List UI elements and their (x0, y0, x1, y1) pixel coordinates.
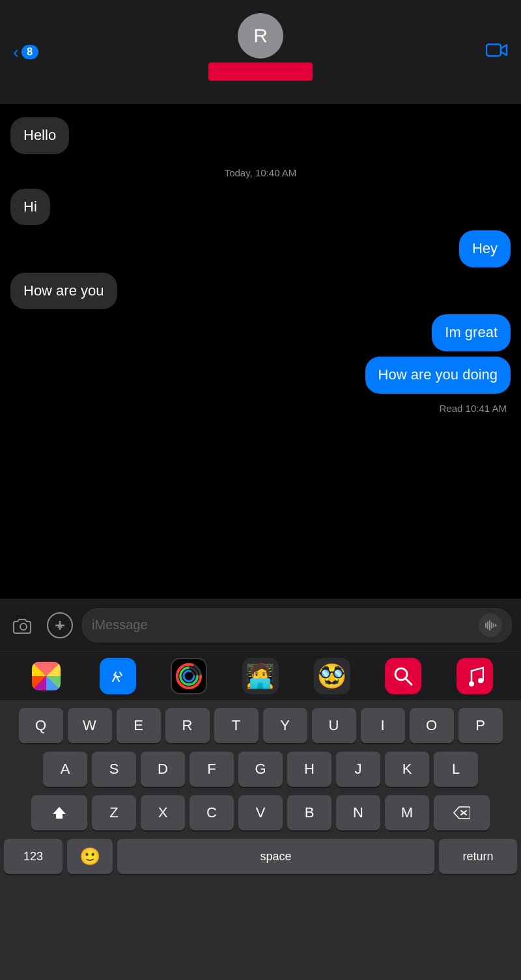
key-p[interactable]: P (458, 708, 503, 743)
bubble-text: Hello (23, 127, 56, 143)
app-tray: 🧑‍💻 🥸 (0, 651, 521, 700)
avatar[interactable]: R (238, 13, 283, 59)
sent-bubble: How are you doing (365, 357, 511, 394)
key-b[interactable]: B (287, 795, 331, 830)
key-g[interactable]: G (238, 752, 283, 787)
back-chevron-icon: ‹ (13, 42, 19, 62)
key-t[interactable]: T (214, 708, 259, 743)
message-bubble-row: How are you (10, 273, 511, 310)
audio-button[interactable] (479, 614, 502, 637)
tray-memoji-icon[interactable]: 🧑‍💻 (242, 658, 279, 694)
message-bubble-row: Im great (10, 314, 511, 351)
back-button[interactable]: ‹ 8 (13, 42, 38, 62)
sent-bubble: Im great (432, 314, 511, 351)
apps-button[interactable]: A (46, 611, 74, 640)
message-input-wrapper[interactable] (82, 608, 512, 642)
space-key[interactable]: space (117, 839, 434, 874)
space-label: space (260, 850, 291, 864)
key-u[interactable]: U (312, 708, 356, 743)
key-v[interactable]: V (238, 795, 283, 830)
bubble-text: How are you (23, 282, 104, 299)
key-e[interactable]: E (117, 708, 161, 743)
keyboard-row-4: 123 🙂 space return (4, 839, 517, 874)
bubble-text: Hi (23, 198, 37, 215)
received-bubble: Hi (10, 189, 50, 226)
key-j[interactable]: J (336, 752, 380, 787)
key-w[interactable]: W (68, 708, 112, 743)
back-badge: 8 (21, 45, 38, 59)
return-key[interactable]: return (439, 839, 517, 874)
shift-key[interactable] (31, 795, 87, 830)
bubble-text: How are you doing (378, 366, 498, 383)
keyboard-row-2: A S D F G H J K L (4, 752, 517, 787)
key-s[interactable]: S (92, 752, 136, 787)
return-label: return (462, 850, 493, 864)
svg-point-18 (469, 681, 474, 687)
numbers-key[interactable]: 123 (4, 839, 63, 874)
received-bubble: Hello (10, 117, 69, 154)
key-d[interactable]: D (141, 752, 185, 787)
key-k[interactable]: K (385, 752, 429, 787)
message-bubble-row: Hey (10, 230, 511, 267)
message-bubble-row: Hello (10, 117, 511, 154)
key-l[interactable]: L (434, 752, 478, 787)
keyboard-row-1: Q W E R T Y U I O P (4, 708, 517, 743)
sent-bubble: Hey (459, 230, 511, 267)
contact-name-bar (208, 62, 313, 81)
svg-rect-4 (485, 623, 486, 628)
numbers-label: 123 (23, 850, 43, 864)
key-o[interactable]: O (410, 708, 454, 743)
svg-rect-8 (493, 623, 494, 627)
key-n[interactable]: N (336, 795, 380, 830)
message-bubble-row: How are you doing (10, 357, 511, 394)
svg-rect-6 (489, 620, 490, 631)
svg-text:A: A (57, 621, 63, 629)
received-bubble: How are you (10, 273, 117, 310)
svg-rect-9 (495, 624, 496, 627)
delete-key[interactable] (434, 795, 490, 830)
camera-button[interactable] (9, 611, 38, 640)
svg-rect-0 (486, 44, 501, 56)
emoji-key[interactable]: 🙂 (67, 839, 113, 874)
key-a[interactable]: A (43, 752, 87, 787)
header: ‹ 8 R (0, 0, 521, 104)
key-r[interactable]: R (165, 708, 210, 743)
keyboard: Q W E R T Y U I O P A S D F G H J K L Z … (0, 700, 521, 980)
read-receipt: Read 10:41 AM (10, 403, 511, 414)
tray-sticker-icon[interactable]: 🥸 (314, 658, 350, 694)
bubble-text: Im great (445, 324, 498, 340)
svg-rect-5 (487, 621, 488, 629)
key-z[interactable]: Z (92, 795, 136, 830)
svg-point-1 (20, 623, 27, 630)
key-f[interactable]: F (190, 752, 234, 787)
message-input[interactable] (92, 618, 479, 633)
tray-shazam-icon[interactable] (385, 658, 421, 694)
tray-fitness-icon[interactable] (171, 658, 207, 694)
key-q[interactable]: Q (19, 708, 63, 743)
key-h[interactable]: H (287, 752, 331, 787)
key-c[interactable]: C (190, 795, 234, 830)
svg-rect-7 (491, 622, 492, 629)
svg-point-19 (478, 678, 483, 683)
contact-header: R (208, 13, 313, 81)
tray-photos-icon[interactable] (28, 658, 64, 694)
key-i[interactable]: I (361, 708, 405, 743)
input-area: A (0, 599, 521, 651)
bubble-text: Hey (472, 240, 498, 256)
key-m[interactable]: M (385, 795, 429, 830)
tray-appstore-icon[interactable] (100, 658, 136, 694)
key-y[interactable]: Y (263, 708, 307, 743)
keyboard-row-3: Z X C V B N M (4, 795, 517, 830)
message-bubble-row: Hi (10, 189, 511, 226)
svg-line-17 (406, 679, 412, 685)
messages-area: Hello Today, 10:40 AM Hi Hey How are you… (0, 104, 521, 599)
timestamp: Today, 10:40 AM (10, 167, 511, 178)
tray-music-icon[interactable] (457, 658, 493, 694)
key-x[interactable]: X (141, 795, 185, 830)
video-call-button[interactable] (486, 42, 508, 62)
